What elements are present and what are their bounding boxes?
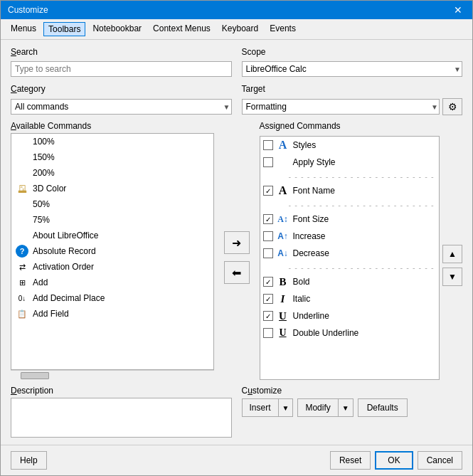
item-label: About LibreOffice <box>33 231 99 240</box>
dialog-title: Customize <box>8 5 48 15</box>
list-item[interactable]: ? Absolute Record <box>11 243 213 259</box>
separator: - - - - - - - - - - - - - - - - - - - - … <box>260 171 440 182</box>
customize-buttons: Insert ▼ Modify ▼ Defaults <box>242 398 463 417</box>
menu-item-keyboard[interactable]: Keyboard <box>218 22 262 36</box>
list-item[interactable]: 200% <box>11 165 213 181</box>
assigned-item[interactable]: A↑ Increase <box>260 228 440 245</box>
modify-button[interactable]: Modify <box>297 398 337 417</box>
question-icon: ? <box>16 245 28 258</box>
assigned-item[interactable]: Apply Style <box>260 154 440 171</box>
reset-button[interactable]: Reset <box>330 451 371 470</box>
decimal-icon: 0↓ <box>16 292 28 305</box>
separator: - - - - - - - - - - - - - - - - - - - - … <box>260 199 440 211</box>
search-input[interactable] <box>11 61 232 77</box>
item-label: Absolute Record <box>33 246 96 256</box>
ok-button[interactable]: OK <box>375 451 413 470</box>
list-item[interactable]: ⊞ Add <box>11 275 213 290</box>
insert-button[interactable]: Insert <box>242 398 278 417</box>
assigned-item[interactable]: B Bold <box>260 273 440 290</box>
add-field-icon: 📋 <box>16 307 28 320</box>
scope-select[interactable]: LibreOffice Calc <box>242 61 463 77</box>
checkbox[interactable] <box>263 311 273 321</box>
help-button[interactable]: Help <box>11 451 47 470</box>
underline-icon: U <box>276 309 290 323</box>
title-bar: Customize ✕ <box>1 1 472 19</box>
assigned-item[interactable]: A Styles <box>260 137 440 154</box>
description-label: Description <box>11 386 232 396</box>
item-label: 3D Color <box>33 184 66 194</box>
item-label: Add Decimal Place <box>33 293 105 303</box>
item-icon <box>16 151 28 164</box>
checkbox[interactable] <box>263 157 273 167</box>
modify-dropdown-button[interactable]: ▼ <box>338 398 354 417</box>
menu-item-context-menus[interactable]: Context Menus <box>149 22 215 36</box>
description-panel: Description <box>11 386 232 438</box>
list-item[interactable]: 150% <box>11 149 213 165</box>
menu-item-events[interactable]: Events <box>265 22 300 36</box>
checkbox[interactable] <box>263 248 273 258</box>
add-to-assigned-button[interactable]: ➜ <box>224 231 250 254</box>
checkbox[interactable] <box>263 214 273 224</box>
top-section: Search Category All commands ▼ Scope Lib… <box>11 47 462 115</box>
target-select-wrapper: Formatting ▼ <box>242 99 440 115</box>
available-commands-list[interactable]: 100% 150% 200% 🗳 3D Color <box>11 133 214 370</box>
gear-button[interactable]: ⚙ <box>442 98 462 115</box>
assigned-item[interactable]: U Underline <box>260 307 440 324</box>
middle-section: Available Commands 100% 150% 200% <box>11 121 462 380</box>
item-label: Apply Style <box>293 157 336 167</box>
checkbox[interactable] <box>263 186 273 196</box>
item-icon <box>16 229 28 242</box>
list-item[interactable]: 📋 Add Field <box>11 306 213 322</box>
defaults-button[interactable]: Defaults <box>358 398 408 417</box>
close-button[interactable]: ✕ <box>451 5 465 15</box>
item-icon <box>16 135 28 148</box>
customize-section-label: Customize <box>242 386 463 396</box>
assigned-item[interactable]: A↓ Decrease <box>260 245 440 262</box>
remove-from-assigned-button[interactable]: ⬅ <box>224 261 250 284</box>
transfer-arrows: ➜ ⬅ <box>224 121 250 380</box>
checkbox[interactable] <box>263 231 273 241</box>
available-panel: Available Commands 100% 150% 200% <box>11 121 214 380</box>
menu-item-toolbars[interactable]: Toolbars <box>43 22 85 36</box>
right-controls: Scope LibreOffice Calc ▼ Target Formatti… <box>242 47 463 115</box>
assigned-item[interactable]: U Double Underline <box>260 324 440 342</box>
item-label: 50% <box>33 199 50 209</box>
assigned-section: Assigned Commands A Styles A <box>260 121 463 380</box>
assigned-item[interactable]: A Font Name <box>260 182 440 199</box>
move-down-button[interactable]: ▼ <box>442 268 462 286</box>
checkbox[interactable] <box>263 294 273 304</box>
assigned-commands-list[interactable]: A Styles Apply Style - - - - - - - - - -… <box>260 136 440 380</box>
checkbox[interactable] <box>263 140 273 150</box>
bottom-section: Description Customize Insert ▼ Modify ▼ <box>11 386 462 438</box>
list-item[interactable]: 🗳 3D Color <box>11 181 213 196</box>
list-item[interactable]: ⇄ Activation Order <box>11 259 213 275</box>
left-controls: Search Category All commands ▼ <box>11 47 232 115</box>
item-label: Decrease <box>293 248 329 258</box>
move-up-button[interactable]: ▲ <box>442 245 462 263</box>
list-item[interactable]: 75% <box>11 212 213 228</box>
assigned-item[interactable]: I Italic <box>260 290 440 307</box>
menu-item-menus[interactable]: Menus <box>6 22 41 36</box>
apply-style-icon <box>276 155 290 169</box>
modify-split-button: Modify ▼ <box>297 398 353 417</box>
add-icon: ⊞ <box>16 276 28 289</box>
list-item[interactable]: About LibreOffice <box>11 228 213 243</box>
category-select[interactable]: All commands <box>11 99 232 115</box>
list-item[interactable]: 100% <box>11 134 213 149</box>
checkbox[interactable] <box>263 328 273 338</box>
checkbox[interactable] <box>263 277 273 287</box>
increase-icon: A↑ <box>276 229 290 243</box>
list-item[interactable]: 0↓ Add Decimal Place <box>11 290 213 306</box>
scrollbar-thumb[interactable] <box>21 372 49 379</box>
menu-item-notebookbar[interactable]: Notebookbar <box>88 22 146 36</box>
list-item[interactable]: 50% <box>11 196 213 212</box>
footer-right: Reset OK Cancel <box>330 451 462 470</box>
separator: - - - - - - - - - - - - - - - - - - - - … <box>260 262 440 273</box>
insert-split-button: Insert ▼ <box>242 398 294 417</box>
assigned-item[interactable]: A↕ Font Size <box>260 211 440 228</box>
horizontal-scrollbar[interactable] <box>11 370 214 380</box>
reorder-arrows: ▲ ▼ <box>442 136 462 380</box>
target-select[interactable]: Formatting <box>242 99 440 115</box>
insert-dropdown-button[interactable]: ▼ <box>278 398 294 417</box>
cancel-button[interactable]: Cancel <box>418 451 462 470</box>
